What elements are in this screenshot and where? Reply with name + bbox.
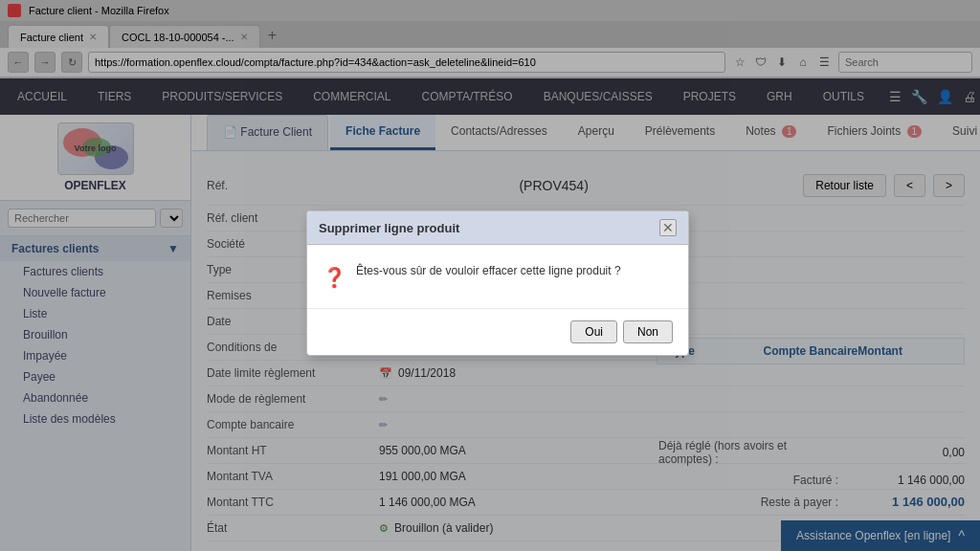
retour-liste-button[interactable]: Retour liste [803, 174, 886, 197]
date-limite-text: 09/11/2018 [398, 366, 456, 380]
tab-bar: Facture client ✕ COCL 18-10-000054 -... … [0, 21, 980, 48]
sidebar-item-nouvelle-facture[interactable]: Nouvelle facture [0, 282, 190, 303]
modal-no-button[interactable]: Non [623, 320, 673, 343]
compte-bancaire-value: ✏ [379, 419, 965, 431]
tab2-label: COCL 18-10-000054 -... [122, 32, 234, 43]
browser-tab-1[interactable]: Facture client ✕ [8, 25, 109, 48]
nav-projets[interactable]: PROJETS [678, 78, 742, 115]
date-limite-value: 📅 09/11/2018 [379, 366, 965, 380]
brand-name: OPENFLEX [64, 179, 126, 192]
browser-search-input[interactable] [838, 52, 972, 73]
modal-close-button[interactable]: ✕ [659, 219, 677, 236]
date-calendar-icon[interactable]: 📅 [379, 367, 392, 380]
montant-tva-label: Montant TVA [207, 470, 379, 483]
url-input[interactable] [88, 52, 725, 73]
browser-chrome: Facture client - Mozilla Firefox Facture… [0, 0, 980, 78]
sidebar-section-title[interactable]: Factures clients ▼ [0, 236, 190, 261]
tab-prelevements[interactable]: Prélèvements [630, 115, 730, 150]
form-row-mode-reglement: Mode de règlement ✏ [207, 386, 965, 412]
sidebar-search-input[interactable] [8, 209, 156, 228]
nav-tiers[interactable]: TIERS [92, 78, 137, 115]
sidebar-item-brouillon[interactable]: Brouillon [0, 324, 190, 345]
modal-yes-button[interactable]: Oui [570, 320, 617, 343]
tab-contacts[interactable]: Contacts/Adresses [435, 115, 563, 150]
sidebar-collapse-icon: ▼ [167, 242, 179, 255]
sidebar-item-impayee[interactable]: Impayée [0, 345, 190, 366]
sidebar-item-factures-clients[interactable]: Factures clients [0, 261, 190, 282]
browser-title: Facture client - Mozilla Firefox [29, 5, 169, 16]
sidebar-item-abandonnee[interactable]: Abandonnée [0, 387, 190, 408]
close-tab2-icon[interactable]: ✕ [240, 32, 248, 42]
mode-reglement-edit-icon[interactable]: ✏ [379, 393, 388, 406]
tab-notes[interactable]: Notes 1 [730, 115, 812, 150]
ref-label: Réf. [207, 179, 228, 192]
tab1-label: Facture client [20, 32, 83, 43]
menu-icon[interactable]: ☰ [889, 89, 902, 104]
refresh-button[interactable]: ↻ [61, 52, 82, 73]
nav-outils[interactable]: OUTILS [817, 78, 870, 115]
nav-grh[interactable]: GRH [761, 78, 798, 115]
etat-icon: ⚙ [379, 522, 389, 535]
browser-titlebar: Facture client - Mozilla Firefox [0, 0, 980, 21]
payment-col-montant: Montant [858, 344, 952, 358]
settings-icon[interactable]: ☰ [815, 54, 833, 71]
modal-question-icon: ❓ [323, 266, 346, 289]
form-row-compte-bancaire: Compte bancaire ✏ [207, 412, 965, 438]
nav-accueil[interactable]: ACCUEIL [11, 78, 73, 115]
summary-row-reste: Reste à payer : 1 146 000,00 [658, 491, 965, 513]
tab-apercu-label: Aperçu [578, 124, 614, 138]
top-navigation: ACCUEIL TIERS PRODUITS/SERVICES COMMERCI… [0, 78, 980, 115]
download-icon[interactable]: ⬇ [773, 54, 791, 71]
notes-badge: 1 [782, 125, 797, 138]
print-icon[interactable]: 🖨 [963, 89, 976, 104]
etat-text: Brouillon (à valider) [394, 521, 493, 535]
reste-label: Reste à payer : [761, 496, 838, 509]
back-button[interactable]: ← [8, 52, 29, 73]
tab-fichiers[interactable]: Fichiers Joints 1 [812, 115, 937, 150]
nav-compta[interactable]: COMPTA/TRÉSO [416, 78, 519, 115]
tab-facture-client[interactable]: 📄 Facture Client [207, 115, 328, 150]
tab-suivi[interactable]: Suivi [937, 115, 980, 150]
nav-banques[interactable]: BANQUES/CAISSES [538, 78, 658, 115]
user-icon[interactable]: 👤 [937, 89, 953, 104]
tool-icon[interactable]: 🔧 [911, 89, 927, 104]
compte-bancaire-label: Compte bancaire [207, 418, 379, 431]
tab-notes-label: Notes [746, 124, 775, 138]
montant-ht-label: Montant HT [207, 444, 379, 457]
montant-ttc-label: Montant TTC [207, 496, 379, 509]
ref-actions: Retour liste < > [803, 174, 965, 197]
sidebar-item-liste[interactable]: Liste [0, 303, 190, 324]
sidebar-item-liste-modeles[interactable]: Liste des modèles [0, 408, 190, 430]
compte-bancaire-edit-icon[interactable]: ✏ [379, 419, 388, 431]
sidebar-search-dropdown[interactable]: ▼ [160, 209, 183, 228]
favicon [8, 4, 21, 17]
sidebar: Votre logo OPENFLEX ▼ Factures clients ▼… [0, 115, 191, 551]
close-tab-icon[interactable]: ✕ [89, 32, 97, 42]
logo-area: Votre logo OPENFLEX [0, 115, 190, 201]
deja-regle-label: Déjà réglé (hors avoirs et acomptes) : [658, 439, 843, 466]
next-button[interactable]: > [933, 174, 965, 197]
tab-facture-client-label: Facture Client [240, 125, 312, 139]
bookmark-icon[interactable]: ☆ [731, 54, 748, 71]
logo-box: Votre logo [57, 122, 134, 175]
tab-apercu[interactable]: Aperçu [563, 115, 630, 150]
nav-right-icons: ☰ 🔧 👤 🖨 16:15 [889, 89, 980, 104]
shield-icon[interactable]: 🛡 [752, 54, 769, 71]
tab-fiche-facture[interactable]: Fiche Facture [330, 115, 435, 150]
payment-table: Type Compte Bancaire Montant [657, 338, 965, 364]
new-tab-button[interactable]: + [260, 23, 284, 48]
assistance-button[interactable]: Assistance Openflex [en ligne] ^ [781, 520, 980, 551]
sidebar-item-payee[interactable]: Payee [0, 366, 190, 387]
nav-produits[interactable]: PRODUITS/SERVICES [156, 78, 288, 115]
sidebar-section-label: Factures clients [11, 242, 99, 255]
deja-regle-value: 0,00 [855, 446, 965, 459]
payment-col-compte: Compte Bancaire [764, 344, 858, 358]
forward-button[interactable]: → [34, 52, 56, 73]
home-icon[interactable]: ⌂ [794, 54, 812, 71]
payment-table-header: Type Compte Bancaire Montant [657, 338, 965, 364]
mode-reglement-value: ✏ [379, 393, 965, 406]
prev-button[interactable]: < [894, 174, 925, 197]
tab-navigation: 📄 Facture Client Fiche Facture Contacts/… [207, 115, 980, 150]
browser-tab-2[interactable]: COCL 18-10-000054 -... ✕ [109, 25, 260, 48]
nav-commercial[interactable]: COMMERCIAL [307, 78, 396, 115]
